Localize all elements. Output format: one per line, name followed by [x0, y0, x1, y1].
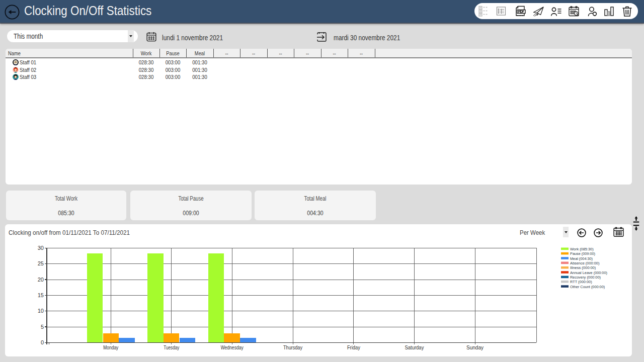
- svg-text:Monday: Monday: [103, 344, 118, 350]
- svg-text:Friday: Friday: [347, 344, 360, 350]
- svg-text:Illness (000:00): Illness (000:00): [570, 265, 596, 270]
- svg-text:Wednesday: Wednesday: [221, 344, 244, 350]
- svg-text:Saturday: Saturday: [405, 344, 424, 350]
- svg-text:Thursday: Thursday: [283, 344, 302, 350]
- svg-text:Other Count (000:00): Other Count (000:00): [570, 285, 605, 289]
- svg-text:Sunday: Sunday: [466, 344, 484, 350]
- svg-text:25: 25: [38, 260, 44, 266]
- svg-text:Pause (009:00): Pause (009:00): [570, 251, 595, 256]
- svg-text:5: 5: [41, 324, 44, 330]
- svg-text:Meal (004:30): Meal (004:30): [570, 256, 593, 261]
- svg-text:30: 30: [38, 245, 44, 251]
- svg-text:15: 15: [38, 292, 44, 298]
- svg-text:Absence (000:00): Absence (000:00): [570, 261, 600, 265]
- svg-text:Recovery (000:00): Recovery (000:00): [570, 275, 601, 280]
- svg-text:0: 0: [41, 339, 44, 345]
- svg-text:20: 20: [38, 277, 44, 283]
- svg-text:Tuesday: Tuesday: [164, 344, 179, 350]
- svg-text:Work (085:30): Work (085:30): [570, 247, 594, 251]
- svg-text:RTT (000:00): RTT (000:00): [570, 280, 592, 284]
- svg-text:10: 10: [38, 308, 44, 314]
- svg-text:Annual Leave (000:00): Annual Leave (000:00): [570, 270, 607, 275]
